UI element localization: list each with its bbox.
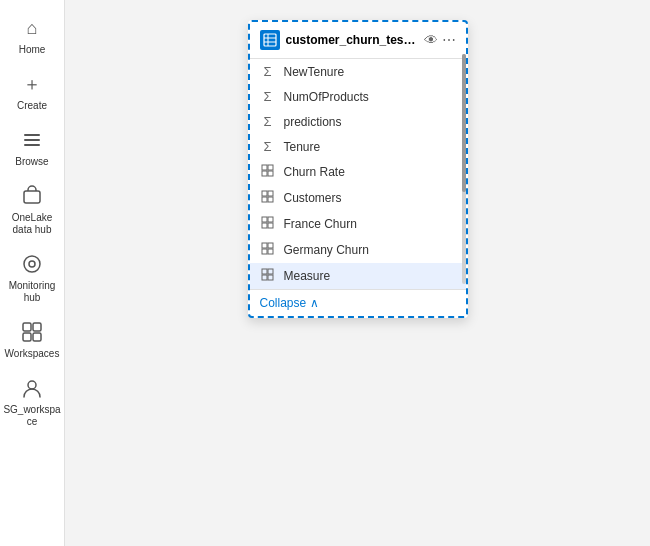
eye-icon[interactable]: 👁	[424, 32, 438, 48]
svg-rect-46	[268, 217, 273, 222]
svg-rect-49	[262, 243, 267, 248]
sidebar-item-create-label: Create	[17, 100, 47, 112]
svg-rect-50	[268, 243, 273, 248]
dropdown-item-tenure[interactable]: Σ Tenure	[250, 134, 466, 159]
svg-rect-1	[24, 139, 40, 141]
svg-rect-40	[268, 171, 273, 176]
svg-rect-43	[262, 197, 267, 202]
onelake-icon	[20, 184, 44, 208]
svg-point-5	[29, 261, 35, 267]
dropdown-item-newtenure[interactable]: Σ NewTenure	[250, 59, 466, 84]
svg-rect-47	[262, 223, 267, 228]
dropdown-item-measure-label: Measure	[284, 269, 331, 283]
dropdown-item-customers-label: Customers	[284, 191, 342, 205]
sidebar-item-monitoring-label: Monitoring hub	[4, 280, 60, 304]
svg-rect-55	[262, 275, 267, 280]
svg-rect-7	[33, 323, 41, 331]
dropdown-item-germanychurn[interactable]: Germany Churn	[250, 237, 466, 263]
svg-point-4	[24, 256, 40, 272]
svg-rect-53	[262, 269, 267, 274]
create-icon: ＋	[20, 72, 44, 96]
grid-icon	[260, 164, 276, 180]
svg-rect-51	[262, 249, 267, 254]
workspaces-icon	[20, 320, 44, 344]
svg-rect-0	[24, 134, 40, 136]
sidebar-item-onelake[interactable]: OneLake data hub	[0, 176, 64, 244]
svg-rect-52	[268, 249, 273, 254]
sidebar-item-monitoring[interactable]: Monitoring hub	[0, 244, 64, 312]
dropdown-item-measure[interactable]: Measure	[250, 263, 466, 289]
monitoring-icon	[20, 252, 44, 276]
sidebar-item-sg-workspace[interactable]: SG_workspa ce	[0, 368, 64, 436]
dropdown-item-tenure-label: Tenure	[284, 140, 321, 154]
dropdown-collapse-label: Collapse	[260, 296, 307, 310]
dropdown-item-predictions-label: predictions	[284, 115, 342, 129]
main-area: Home Help Newmeasure	[65, 0, 650, 546]
sigma-icon: Σ	[260, 89, 276, 104]
home-icon: ⌂	[20, 16, 44, 40]
field-dropdown: customer_churn_test_... 👁 ⋯ Σ NewTenure …	[248, 20, 468, 318]
svg-rect-3	[24, 191, 40, 203]
svg-rect-8	[23, 333, 31, 341]
content-area: customer_churn_test_... 👁 ⋯ Σ NewTenure …	[65, 0, 650, 546]
svg-rect-2	[24, 144, 40, 146]
sidebar-item-browse[interactable]: Browse	[0, 120, 64, 176]
dropdown-table-name: customer_churn_test_...	[286, 33, 418, 47]
dropdown-item-churnrate-label: Churn Rate	[284, 165, 345, 179]
svg-rect-38	[268, 165, 273, 170]
sidebar-item-sg-workspace-label: SG_workspa ce	[3, 404, 60, 428]
dropdown-items-list: Σ NewTenure Σ NumOfProducts Σ prediction…	[250, 59, 466, 289]
scrollbar[interactable]	[462, 54, 466, 284]
sidebar-item-workspaces[interactable]: Workspaces	[0, 312, 64, 368]
sidebar-item-onelake-label: OneLake data hub	[4, 212, 60, 236]
svg-rect-9	[33, 333, 41, 341]
dropdown-collapse[interactable]: Collapse ∧	[250, 289, 466, 316]
dropdown-item-francechurn[interactable]: France Churn	[250, 211, 466, 237]
svg-rect-39	[262, 171, 267, 176]
sidebar-item-home-label: Home	[19, 44, 46, 56]
svg-rect-41	[262, 191, 267, 196]
dropdown-item-francechurn-label: France Churn	[284, 217, 357, 231]
svg-rect-45	[262, 217, 267, 222]
dropdown-item-churnrate[interactable]: Churn Rate	[250, 159, 466, 185]
grid-icon	[260, 242, 276, 258]
scroll-thumb	[462, 54, 466, 192]
dropdown-item-numofproducts[interactable]: Σ NumOfProducts	[250, 84, 466, 109]
dropdown-item-newtenure-label: NewTenure	[284, 65, 345, 79]
more-icon[interactable]: ⋯	[442, 32, 456, 48]
svg-rect-56	[268, 275, 273, 280]
table-icon	[260, 30, 280, 50]
grid-icon	[260, 216, 276, 232]
svg-rect-54	[268, 269, 273, 274]
sigma-icon: Σ	[260, 139, 276, 154]
dropdown-item-numofproducts-label: NumOfProducts	[284, 90, 369, 104]
dropdown-item-predictions[interactable]: Σ predictions	[250, 109, 466, 134]
svg-rect-33	[264, 34, 276, 46]
svg-rect-6	[23, 323, 31, 331]
dropdown-header: customer_churn_test_... 👁 ⋯	[250, 22, 466, 59]
svg-rect-44	[268, 197, 273, 202]
svg-point-10	[28, 381, 36, 389]
svg-rect-42	[268, 191, 273, 196]
sidebar: ⌂ Home ＋ Create Browse OneLake data hub …	[0, 0, 65, 546]
grid-icon	[260, 268, 276, 284]
browse-icon	[20, 128, 44, 152]
sidebar-item-home[interactable]: ⌂ Home	[0, 8, 64, 64]
svg-rect-37	[262, 165, 267, 170]
svg-rect-48	[268, 223, 273, 228]
dropdown-item-customers[interactable]: Customers	[250, 185, 466, 211]
sidebar-item-browse-label: Browse	[15, 156, 48, 168]
sigma-icon: Σ	[260, 64, 276, 79]
grid-icon	[260, 190, 276, 206]
sigma-icon: Σ	[260, 114, 276, 129]
dropdown-header-actions: 👁 ⋯	[424, 32, 456, 48]
dropdown-item-germanychurn-label: Germany Churn	[284, 243, 369, 257]
sidebar-item-create[interactable]: ＋ Create	[0, 64, 64, 120]
sg-workspace-icon	[20, 376, 44, 400]
chevron-up-icon: ∧	[310, 296, 319, 310]
sidebar-item-workspaces-label: Workspaces	[5, 348, 60, 360]
